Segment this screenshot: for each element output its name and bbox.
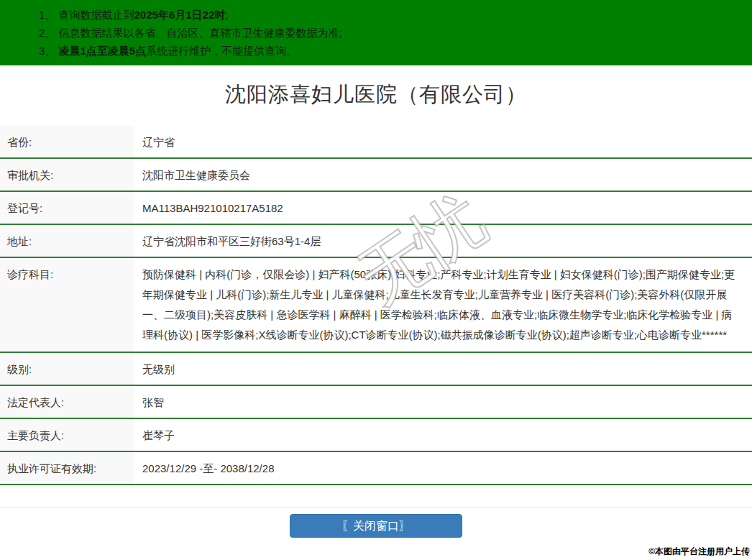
notice-line-3-text: 3、	[39, 45, 59, 57]
notice-line-3-post: 系统进行维护，不能提供查询。	[146, 45, 297, 57]
field-value: 辽宁省沈阳市和平区三好街63号1-4层	[134, 225, 752, 257]
table-row-medical-subjects: 诊疗科目: 预防保健科 | 内科(门诊，仅限会诊) | 妇产科(50张床);妇科…	[0, 258, 752, 353]
field-label: 地址:	[0, 225, 134, 257]
notice-line-1: 1、 查询数据截止到2025年6月1日22时;	[39, 6, 738, 24]
table-row-registration-number: 登记号: MA113BAH921010217A5182	[0, 192, 752, 225]
table-row-province: 省份: 辽宁省	[0, 126, 752, 159]
table-row-license-validity: 执业许可证有效期: 2023/12/29 -至- 2038/12/28	[0, 452, 752, 485]
field-label: 法定代表人:	[0, 386, 134, 418]
field-label: 省份:	[0, 126, 134, 157]
field-value: MA113BAH921010217A5182	[134, 192, 752, 224]
field-label: 主要负责人:	[0, 419, 134, 451]
footer-divider	[0, 507, 752, 508]
field-value: 崔琴子	[134, 419, 752, 451]
image-credit-watermark: ©本图由平台注册用户上传	[648, 546, 750, 558]
table-row-legal-representative: 法定代表人: 张智	[0, 386, 752, 419]
notice-line-1-post: ;	[225, 9, 228, 21]
field-value: 2023/12/29 -至- 2038/12/28	[134, 452, 752, 484]
notice-line-2-text: 2、 信息数据结果以各省、自治区、直辖市卫生健康委数据为准;	[39, 27, 342, 39]
field-value: 辽宁省	[134, 126, 752, 157]
field-label: 级别:	[0, 353, 134, 385]
field-label: 诊疗科目:	[0, 258, 134, 352]
field-value: 张智	[134, 386, 752, 418]
notice-banner: 1、 查询数据截止到2025年6月1日22时; 2、 信息数据结果以各省、自治区…	[0, 0, 752, 65]
field-value: 沈阳市卫生健康委员会	[134, 159, 752, 191]
field-label: 执业许可证有效期:	[0, 452, 134, 484]
notice-line-3-bold: 凌晨1点至凌晨5点	[59, 45, 147, 57]
field-value: 无级别	[134, 353, 752, 385]
close-window-button[interactable]: 〖关闭窗口〗	[290, 514, 462, 538]
field-label: 审批机关:	[0, 159, 134, 191]
table-row-address: 地址: 辽宁省沈阳市和平区三好街63号1-4层	[0, 225, 752, 258]
notice-line-1-bold: 2025年6月1日22时	[134, 9, 226, 21]
field-label: 登记号:	[0, 192, 134, 224]
table-row-approval-authority: 审批机关: 沈阳市卫生健康委员会	[0, 159, 752, 192]
hospital-info-table: 省份: 辽宁省 审批机关: 沈阳市卫生健康委员会 登记号: MA113BAH92…	[0, 126, 752, 485]
page-title: 沈阳添喜妇儿医院（有限公司）	[0, 81, 752, 109]
table-row-level: 级别: 无级别	[0, 353, 752, 386]
table-row-main-person-in-charge: 主要负责人: 崔琴子	[0, 419, 752, 452]
field-value: 预防保健科 | 内科(门诊，仅限会诊) | 妇产科(50张床);妇科专业;产科专…	[134, 258, 752, 352]
notice-line-1-text: 1、 查询数据截止到	[39, 9, 134, 21]
notice-line-2: 2、 信息数据结果以各省、自治区、直辖市卫生健康委数据为准;	[39, 24, 738, 42]
notice-line-3: 3、 凌晨1点至凌晨5点系统进行维护，不能提供查询。	[39, 42, 738, 60]
